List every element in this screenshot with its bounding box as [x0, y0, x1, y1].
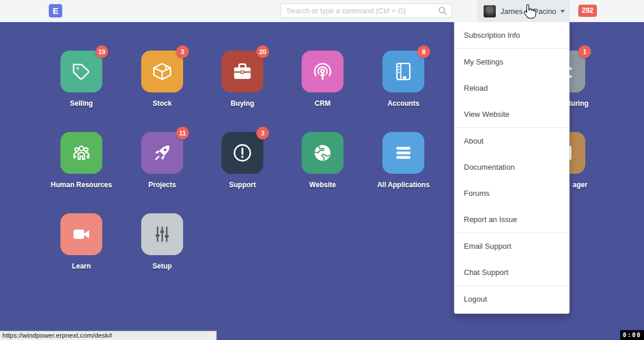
broadcast-icon	[312, 60, 334, 83]
module-label: Stock	[153, 99, 172, 108]
global-search	[280, 3, 452, 18]
menu-item-forums[interactable]: Forums	[455, 180, 569, 206]
count-badge: 8	[417, 45, 430, 58]
user-name: James Al Pacino	[500, 7, 556, 16]
menu-item-my-settings[interactable]: My Settings	[455, 49, 569, 75]
menu-item-documentation[interactable]: Documentation	[455, 154, 569, 180]
count-badge: 1	[578, 45, 591, 58]
globe-icon	[312, 142, 334, 164]
module-label: Selling	[70, 99, 92, 108]
app-logo-button[interactable]: E	[49, 4, 62, 17]
menu-item-logout[interactable]: Logout	[455, 286, 569, 312]
module-tile-website[interactable]: Website	[282, 132, 363, 189]
menu-item-view-website[interactable]: View Website	[455, 101, 569, 127]
module-label: Website	[309, 181, 336, 189]
module-label: CRM	[314, 99, 330, 108]
count-badge: 3	[256, 127, 269, 139]
desk-page: E James Al Pacino 292 19 Selling	[0, 0, 644, 340]
module-tile-support[interactable]: 3 Support	[202, 132, 282, 189]
module-label: Buying	[231, 99, 255, 108]
browser-status-bar: https://windpower.erpnext.com/desk#	[0, 331, 217, 340]
count-badge: 3	[176, 45, 189, 58]
user-avatar	[484, 5, 496, 17]
rocket-icon	[151, 142, 173, 164]
module-label: Learn	[72, 262, 91, 270]
menu-item-email-support[interactable]: Email Support	[455, 233, 569, 259]
module-label: Human Resources	[51, 181, 112, 189]
module-tile-learn[interactable]: Learn	[41, 213, 121, 270]
people-icon	[70, 142, 92, 164]
module-tile-human-resources[interactable]: Human Resources	[41, 132, 121, 189]
module-tile-buying[interactable]: 20 Buying	[202, 51, 282, 108]
module-tile-accounts[interactable]: 8 Accounts	[363, 51, 443, 108]
top-navbar: E James Al Pacino 292	[0, 0, 644, 22]
tag-icon	[70, 60, 92, 83]
notifications-count-badge[interactable]: 292	[578, 5, 597, 17]
count-badge: 11	[176, 127, 189, 139]
menu-item-chat-support[interactable]: Chat Support	[455, 259, 569, 285]
module-label: All Applications	[377, 181, 430, 189]
alert-circle-icon	[231, 142, 253, 164]
module-label: Support	[229, 181, 256, 189]
module-tile-crm[interactable]: CRM	[282, 51, 363, 108]
module-tile-setup[interactable]: Setup	[122, 213, 202, 270]
sliders-icon	[151, 223, 173, 245]
list-icon	[392, 142, 414, 164]
count-badge: 19	[95, 45, 108, 58]
global-search-input[interactable]	[280, 3, 452, 18]
chevron-down-icon	[560, 10, 565, 13]
recording-timer: 0:00	[620, 330, 644, 340]
module-label: ager	[573, 181, 587, 189]
menu-item-subscription-info[interactable]: Subscription Info	[455, 22, 569, 48]
module-label: Setup	[152, 262, 171, 270]
search-icon	[438, 6, 448, 16]
count-badge: 20	[256, 45, 269, 58]
user-menu-toggle[interactable]: James Al Pacino	[477, 0, 570, 22]
module-label: Projects	[148, 181, 176, 189]
module-tile-stock[interactable]: 3 Stock	[122, 51, 202, 108]
box-icon	[151, 60, 173, 83]
menu-item-about[interactable]: About	[455, 128, 569, 154]
video-camera-icon	[70, 223, 92, 245]
menu-item-reload[interactable]: Reload	[455, 75, 569, 101]
user-dropdown-menu: Subscription Info My Settings Reload Vie…	[454, 22, 570, 314]
module-tile-all-applications[interactable]: All Applications	[363, 132, 443, 189]
module-tile-selling[interactable]: 19 Selling	[41, 51, 121, 108]
briefcase-icon	[231, 60, 253, 83]
menu-item-report-an-issue[interactable]: Report an Issue	[455, 206, 569, 232]
ledger-icon	[392, 60, 414, 83]
module-tile-projects[interactable]: 11 Projects	[122, 132, 202, 189]
module-label: Accounts	[388, 99, 420, 108]
